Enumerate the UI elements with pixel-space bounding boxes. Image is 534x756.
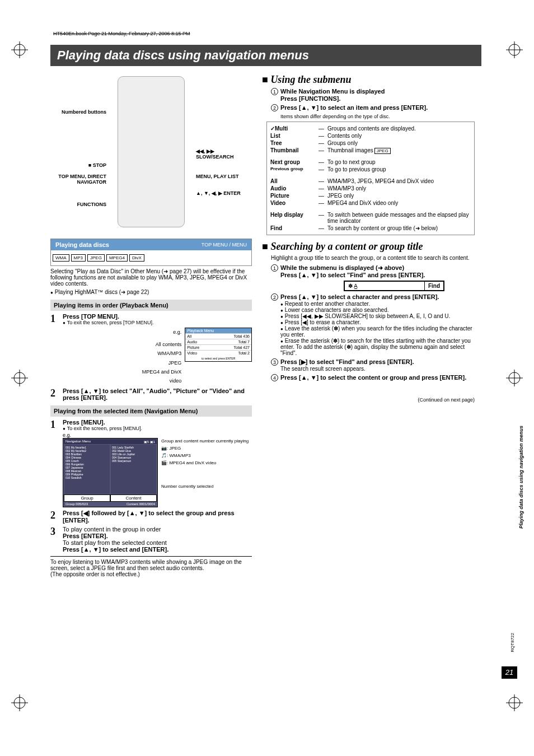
step-topmenu: Press [TOP MENU]. [63,313,252,320]
label-enter: ▲, ▼, ◀, ▶ ENTER [196,191,252,197]
side-section-label: Playing data discs using navigation menu… [518,426,524,529]
crop-mark-icon [506,694,523,712]
search-s4: Press [▲, ▼] to select the content or gr… [280,374,466,381]
search-s1b: Press [▲, ▼] to select "Find" and press … [280,272,475,278]
doc-id: RQT8722 [510,633,515,652]
callout-top: Group and content number currently playi… [161,438,249,445]
search-b6: Erase the asterisk (✽) to search for the… [280,338,475,356]
search-b2: Lower case characters are also searched. [280,307,475,313]
circled-3-icon: 3 [271,358,278,366]
submenu-s1b: Press [FUNCTIONS]. [280,95,475,102]
page-title-banner: Playing data discs using navigation menu… [50,45,481,66]
submenu-s1: While Navigation Menu is displayed [280,88,385,95]
callout-mp4: 🎬: MPEG4 and DivX video [161,460,249,467]
nav-menu-content-btn: Content [110,494,157,502]
pb-row-l: Picture [187,346,199,349]
pb-label-mpeg4: MPEG4 and DivX video [129,367,181,385]
intro-text: Selecting "Play as Data Disc" in Other M… [50,268,252,287]
label-stop: ■ STOP [50,163,106,169]
crop-mark-icon [11,370,28,388]
subhead-playback-menu: Playing items in order (Playback Menu) [50,300,252,311]
remote-outline [118,76,185,227]
intro-bullet: Playing HighMAT™ discs (➜ page 22) [50,289,252,295]
crop-mark-icon [11,694,28,712]
circled-2-icon: 2 [271,104,278,111]
label-menu-playlist: MENU, PLAY LIST [196,174,252,180]
crop-header: HT540En.book Page 21 Monday, February 27… [53,31,190,36]
step-number: 1 [50,313,58,325]
step-number: 2 [50,388,58,401]
chip-divx: DivX [129,254,144,262]
pb-menu-foot: to select and press ENTER [185,356,251,361]
find-right: Find [425,282,443,290]
pb-row-r: Total 427 [234,346,250,349]
subhead-nav-menu: Playing from the selected item (Navigati… [50,405,252,417]
pb-menu-head: Playback Menu [185,328,251,333]
step-number: 3 [50,526,58,553]
pb-label-wma: WMA/MP3 [129,349,181,358]
nav-menu-contents: 001 Lady Starfish002 Metal Glue 003 Life… [111,445,156,494]
chip-jpeg: JPEG [87,254,105,262]
nav-menu-group-btn: Group [64,494,110,502]
step-menu-note: To exit the screen, press [MENU]. [63,426,252,431]
eg-label-2: e.g. [63,432,252,438]
step-number: 1 [50,419,58,507]
search-b3: Press [◀◀, ▶▶ SLOW/SEARCH] to skip betwe… [280,313,475,319]
pb-row-l: Audio [187,340,197,344]
step3-b: Press [ENTER]. [63,533,252,539]
callout-jpeg: 📷: JPEG [161,445,249,452]
search-b4: Press [◀] to erase a character. [280,319,475,325]
search-s2: Press [▲, ▼] to select a character and p… [280,293,439,300]
box-title: Playing data discs [55,241,109,248]
find-input-diagram: ✽ A̲ Find [344,281,444,291]
remote-diagram: Numbered buttons ■ STOP TOP MENU, DIRECT… [50,76,252,239]
playing-data-discs-box: Playing data discs TOP MENU / MENU WMA M… [50,239,252,266]
page-content: Playing data discs using navigation menu… [50,45,481,577]
circled-2-icon: 2 [271,293,278,301]
crop-mark-icon [506,370,523,388]
navigation-menu-diagram: Navigation Menu▣5 ▣1 001 My favorite1002… [63,438,158,507]
circled-1-icon: 1 [271,88,278,95]
search-b1: Repeat to enter another character. [280,301,475,307]
submenu-table: ✓Multi—Groups and contents are displayed… [266,122,475,235]
note-box: To enjoy listening to WMA/MP3 contents w… [50,556,252,577]
label-numbered-buttons: Numbered buttons [50,110,106,115]
callout-bottom: Number currently selected [161,483,249,491]
jpeg-chip: JPEG [374,148,391,154]
step-menu: Press [MENU]. [63,419,252,426]
search-b5: Leave the asterisk (✽) when you search f… [280,325,475,338]
crop-mark-icon [11,41,28,59]
continued-label: (Continued on next page) [262,397,475,403]
nav-status-group: Group 005/023 [65,502,88,506]
box-right-label: TOP MENU / MENU [202,242,247,248]
step3-d: Press [▲, ▼] to select and [ENTER]. [63,546,252,553]
pb-row-r: Total 2 [238,351,250,355]
page-number: 21 [502,666,517,679]
search-s1a: While the submenu is displayed (➜ above) [280,264,404,271]
search-s3n: The search result screen appears. [280,366,475,372]
pb-row-l: Video [187,351,197,355]
step-select-group: Press [◀] followed by [▲, ▼] to select t… [63,510,252,524]
label-topmenu: TOP MENU, DIRECT NAVIGATOR [50,174,106,185]
circled-4-icon: 4 [271,374,278,381]
nav-menu-groups: 001 My favorite1002 My favorite2 003 Bra… [64,445,110,494]
step-select-all: Press [▲, ▼] to select "All", "Audio", "… [63,388,252,401]
step3-c: To start play from the selected content [63,539,252,546]
pb-row-l: All [187,334,191,338]
nav-status-content: Content 0001/0004 [127,502,155,506]
section-using-submenu: Using the submenu [262,74,475,86]
submenu-s2: Press [▲, ▼] to select an item and press… [280,104,428,111]
pb-label-all: All contents [129,340,181,349]
callout-wma: 🎵: WMA/MP3 [161,452,249,460]
step-topmenu-note: To exit the screen, press [TOP MENU]. [63,320,252,325]
label-functions: FUNCTIONS [50,202,106,208]
chip-mpeg4: MPEG4 [106,254,128,262]
step-number: 2 [50,510,58,524]
label-slow-search: ◀◀, ▶▶ SLOW/SEARCH [196,149,252,160]
pb-row-r: Total 436 [234,334,250,338]
pb-row-r: Total 7 [238,340,250,344]
chip-wma: WMA [53,254,69,262]
submenu-note: Items shown differ depending on the type… [280,114,475,119]
chip-mp3: MP3 [71,254,86,262]
search-lead: Highlight a group title to search the gr… [271,255,475,261]
